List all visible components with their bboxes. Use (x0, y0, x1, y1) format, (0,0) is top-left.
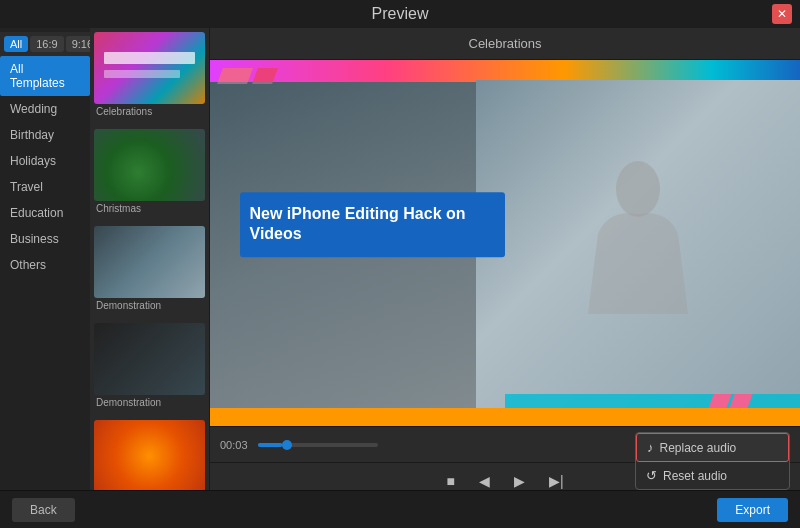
sidebar-item-travel[interactable]: Travel (0, 174, 90, 200)
sidebar-item-others[interactable]: Others (0, 252, 90, 278)
template-thumb-christmas (94, 129, 205, 201)
tab-row: All 16:9 9:16 (0, 32, 90, 56)
person-silhouette (578, 154, 698, 334)
preview-header: Celebrations (210, 28, 800, 60)
sidebar-item-birthday[interactable]: Birthday (0, 122, 90, 148)
preview-title: Celebrations (469, 36, 542, 51)
music-icon: ♪ (647, 440, 654, 455)
preview-diag-bottom (711, 394, 750, 408)
reset-audio-option[interactable]: ↺ Reset audio (636, 462, 789, 489)
progress-bar[interactable] (258, 443, 378, 447)
template-thumb-food (94, 420, 205, 492)
preview-canvas: New iPhone Editing Hack on Videos (210, 60, 800, 426)
diag-bottom-2 (729, 394, 752, 408)
preview-video: New iPhone Editing Hack on Videos (210, 60, 800, 426)
preview-teal-strip (505, 394, 800, 408)
preview-area: Celebrations (210, 28, 800, 528)
progress-dot (282, 440, 292, 450)
template-thumb-demo1 (94, 226, 205, 298)
template-thumb-celebrations (94, 32, 205, 104)
preview-right-photo (476, 80, 801, 408)
audio-popup: ♪ Replace audio ↺ Reset audio (635, 432, 790, 490)
main-layout: All 16:9 9:16 All Templates Wedding Birt… (0, 28, 800, 528)
bottom-bar: Back Export (0, 490, 800, 528)
sidebar-item-wedding[interactable]: Wedding (0, 96, 90, 122)
titlebar-title: Preview (372, 5, 429, 23)
diag-bottom-1 (708, 394, 731, 408)
export-button[interactable]: Export (717, 498, 788, 522)
reset-icon: ↺ (646, 468, 657, 483)
progress-fill (258, 443, 282, 447)
template-thumb-demo2 (94, 323, 205, 395)
preview-main-text: New iPhone Editing Hack on Videos (250, 204, 496, 246)
preview-top-bar (210, 60, 800, 82)
preview-text-box: New iPhone Editing Hack on Videos (240, 192, 506, 258)
close-button[interactable]: ✕ (772, 4, 792, 24)
template-item-celebrations[interactable]: Celebrations (90, 28, 209, 125)
tab-all[interactable]: All (4, 36, 28, 52)
preview-orange-bar (210, 408, 800, 426)
template-item-demo1[interactable]: Demonstration (90, 222, 209, 319)
template-item-demo2[interactable]: Demonstration (90, 319, 209, 416)
tab-16-9[interactable]: 16:9 (30, 36, 63, 52)
sidebar-item-education[interactable]: Education (0, 200, 90, 226)
template-label-demo1: Demonstration (94, 298, 205, 315)
replace-audio-label: Replace audio (660, 441, 737, 455)
template-list: Celebrations Christmas Demonstration Dem… (90, 28, 210, 528)
svg-point-0 (616, 161, 660, 217)
sidebar-item-all-templates[interactable]: All Templates (0, 56, 90, 96)
template-label-christmas: Christmas (94, 201, 205, 218)
template-item-christmas[interactable]: Christmas (90, 125, 209, 222)
sidebar-item-business[interactable]: Business (0, 226, 90, 252)
back-button[interactable]: Back (12, 498, 75, 522)
prev-button[interactable]: ◀ (475, 469, 494, 493)
next-button[interactable]: ▶| (545, 469, 568, 493)
sidebar-item-holidays[interactable]: Holidays (0, 148, 90, 174)
play-button[interactable]: ▶ (510, 469, 529, 493)
template-label-celebrations: Celebrations (94, 104, 205, 121)
time-display: 00:03 (220, 439, 250, 451)
template-label-demo2: Demonstration (94, 395, 205, 412)
sidebar-tabs-area: All 16:9 9:16 (0, 32, 90, 56)
reset-audio-label: Reset audio (663, 469, 727, 483)
titlebar: Preview ✕ (0, 0, 800, 28)
stop-button[interactable]: ■ (442, 469, 458, 493)
sidebar: All 16:9 9:16 All Templates Wedding Birt… (0, 28, 90, 528)
replace-audio-option[interactable]: ♪ Replace audio (636, 433, 789, 462)
